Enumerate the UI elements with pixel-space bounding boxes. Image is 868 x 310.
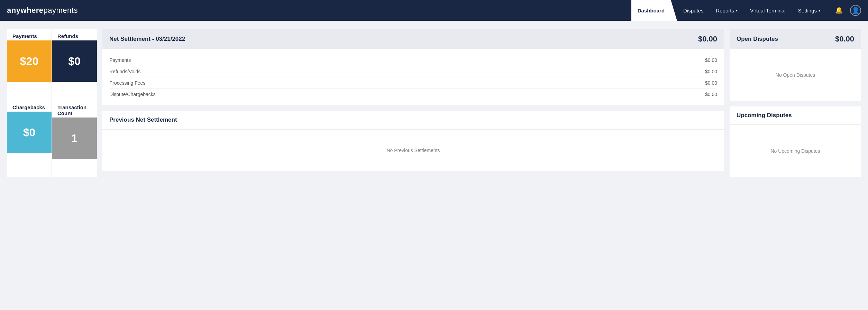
chevron-down-icon: ▾ (819, 9, 820, 12)
settlement-row-value: $0.00 (705, 57, 717, 63)
refunds-value: $0 (52, 40, 97, 82)
net-settlement-title: Net Settlement - 03/21/2022 (109, 36, 185, 43)
main-content: Payments $20 Refunds $0 Chargebacks $0 T… (0, 21, 868, 185)
chevron-down-icon: ▾ (736, 9, 738, 12)
net-settlement-body: Payments $0.00 Refunds/Voids $0.00 Proce… (102, 49, 724, 105)
upcoming-disputes-title: Upcoming Disputes (737, 112, 792, 119)
tile-transaction-count: Transaction Count 1 (52, 100, 97, 177)
settlement-row-payments: Payments $0.00 (109, 55, 717, 66)
nav-virtual-terminal[interactable]: Virtual Terminal (744, 0, 792, 21)
upcoming-disputes-empty: No Upcoming Disputes (770, 148, 820, 154)
nav-items: Dashboard Disputes Reports ▾ Virtual Ter… (631, 0, 826, 21)
payments-label: Payments (7, 29, 52, 40)
brand-logo: anywherepayments (7, 6, 78, 15)
settlement-row-fees: Processing Fees $0.00 (109, 77, 717, 89)
nav-reports[interactable]: Reports ▾ (710, 0, 744, 21)
settlement-row-label: Payments (109, 57, 131, 63)
previous-settlement-header: Previous Net Settlement (102, 111, 724, 130)
previous-settlement-empty: No Previous Settlements (386, 148, 440, 153)
net-settlement-amount: $0.00 (698, 35, 717, 44)
settlement-row-label: Processing Fees (109, 80, 145, 86)
settlement-row-label: Dispute/Chargebacks (109, 92, 156, 97)
open-disputes-amount: $0.00 (835, 35, 854, 44)
open-disputes-body: No Open Disputes (730, 49, 861, 101)
tile-payments: Payments $20 (7, 29, 52, 100)
open-disputes-title: Open Disputes (737, 36, 778, 43)
chargebacks-label: Chargebacks (7, 100, 52, 112)
transaction-count-value: 1 (52, 118, 97, 159)
nav-icons: 🔔 👤 (833, 5, 861, 16)
tile-chargebacks: Chargebacks $0 (7, 100, 52, 177)
upcoming-disputes-body: No Upcoming Disputes (730, 125, 861, 177)
refunds-label: Refunds (52, 29, 97, 40)
payments-value: $20 (7, 40, 52, 82)
settlement-row-refunds: Refunds/Voids $0.00 (109, 66, 717, 77)
settlement-row-label: Refunds/Voids (109, 69, 140, 74)
net-settlement-header: Net Settlement - 03/21/2022 $0.00 (102, 29, 724, 49)
notification-bell-icon[interactable]: 🔔 (833, 5, 844, 16)
chargebacks-value: $0 (7, 112, 52, 153)
middle-column: Net Settlement - 03/21/2022 $0.00 Paymen… (102, 29, 724, 177)
open-disputes-card: Open Disputes $0.00 No Open Disputes (730, 29, 861, 101)
nav-disputes[interactable]: Disputes (677, 0, 710, 21)
previous-settlement-body: No Previous Settlements (102, 130, 724, 171)
brand-light: payments (44, 6, 78, 15)
user-avatar-icon[interactable]: 👤 (850, 5, 861, 16)
upcoming-disputes-card: Upcoming Disputes No Upcoming Disputes (730, 106, 861, 177)
net-settlement-card: Net Settlement - 03/21/2022 $0.00 Paymen… (102, 29, 724, 105)
settlement-row-disputes: Dispute/Chargebacks $0.00 (109, 89, 717, 100)
open-disputes-header: Open Disputes $0.00 (730, 29, 861, 49)
settlement-row-value: $0.00 (705, 69, 717, 74)
navbar: anywherepayments Dashboard Disputes Repo… (0, 0, 868, 21)
nav-settings[interactable]: Settings ▾ (792, 0, 826, 21)
tile-refunds: Refunds $0 (52, 29, 97, 100)
transaction-count-label: Transaction Count (52, 100, 97, 118)
brand-bold: anywhere (7, 6, 44, 15)
upcoming-disputes-header: Upcoming Disputes (730, 106, 861, 125)
nav-dashboard[interactable]: Dashboard (631, 0, 677, 21)
settlement-row-value: $0.00 (705, 80, 717, 86)
settlement-row-value: $0.00 (705, 92, 717, 97)
previous-settlement-card: Previous Net Settlement No Previous Sett… (102, 111, 724, 171)
previous-settlement-title: Previous Net Settlement (109, 116, 177, 123)
open-disputes-empty: No Open Disputes (776, 72, 815, 78)
right-column: Open Disputes $0.00 No Open Disputes Upc… (730, 29, 861, 177)
tiles-grid: Payments $20 Refunds $0 Chargebacks $0 T… (7, 29, 97, 177)
